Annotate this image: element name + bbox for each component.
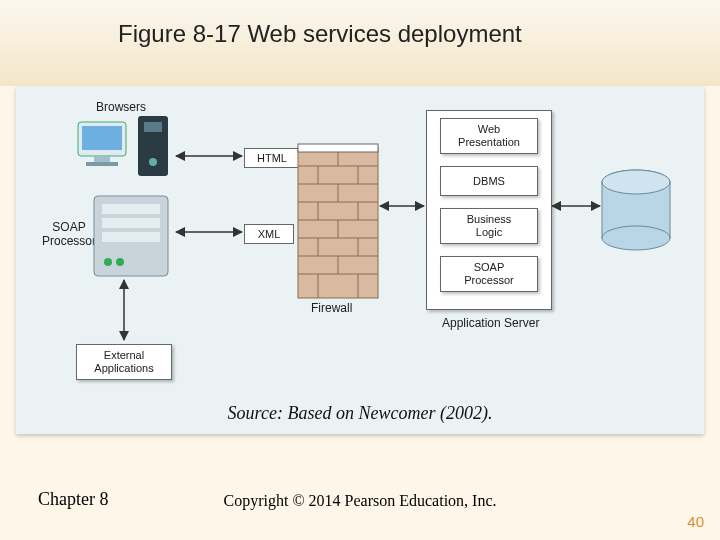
- svg-rect-33: [298, 144, 378, 152]
- svg-rect-0: [78, 122, 126, 156]
- xml-tag: XML: [244, 224, 294, 244]
- svg-rect-4: [138, 116, 168, 176]
- svg-rect-5: [144, 122, 162, 132]
- svg-point-11: [104, 258, 112, 266]
- svg-rect-8: [102, 204, 160, 214]
- page-number: 40: [687, 513, 704, 530]
- slide: Figure 8-17 Web services deployment Brow…: [0, 0, 720, 540]
- html-tag: HTML: [244, 148, 300, 168]
- firewall-label: Firewall: [311, 301, 352, 315]
- browsers-label: Browsers: [96, 100, 146, 114]
- dbms-box: DBMS: [440, 166, 538, 196]
- svg-rect-1: [82, 126, 122, 150]
- svg-rect-10: [102, 232, 160, 242]
- svg-rect-7: [94, 196, 168, 276]
- source-citation: Source: Based on Newcomer (2002).: [16, 403, 704, 424]
- svg-point-34: [602, 170, 670, 194]
- soap-server-box: SOAP Processor: [440, 256, 538, 292]
- web-presentation-box: Web Presentation: [440, 118, 538, 154]
- svg-point-37: [602, 170, 670, 194]
- server-icon: [94, 196, 168, 276]
- business-logic-box: Business Logic: [440, 208, 538, 244]
- db-label: DB: [628, 226, 645, 240]
- monitor-icon: [78, 122, 126, 166]
- diagram-panel: Browsers SOAP Processor Firewall Applica…: [16, 86, 704, 434]
- app-server-caption: Application Server: [442, 316, 539, 330]
- external-apps-box: External Applications: [76, 344, 172, 380]
- svg-rect-2: [94, 156, 110, 162]
- svg-rect-13: [298, 148, 378, 298]
- svg-point-6: [149, 158, 157, 166]
- copyright-line: Copyright © 2014 Pearson Education, Inc.: [0, 492, 720, 510]
- svg-point-12: [116, 258, 124, 266]
- svg-rect-3: [86, 162, 118, 166]
- diagram-svg: [16, 86, 704, 434]
- tower-icon: [138, 116, 168, 176]
- soap-client-label: SOAP Processor: [42, 220, 96, 248]
- figure-title: Figure 8-17 Web services deployment: [118, 20, 522, 48]
- svg-rect-9: [102, 218, 160, 228]
- firewall-icon: [298, 144, 378, 298]
